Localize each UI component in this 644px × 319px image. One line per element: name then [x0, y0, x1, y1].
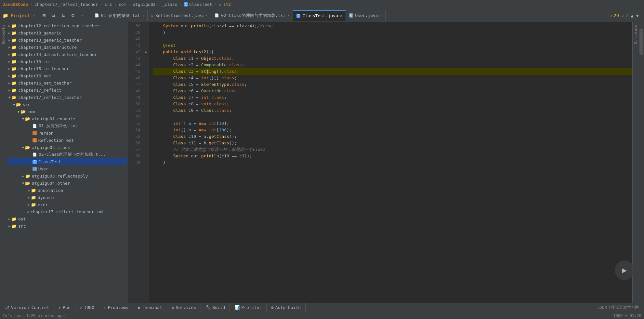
toolbar-todo[interactable]: ✓ TODO [75, 303, 99, 312]
terminal-icon: ▪ [138, 305, 140, 310]
breadcrumb-bar: JavaSECode › chapter17_reflect_teacher ›… [0, 0, 644, 9]
run-arrow-42[interactable]: ▶ [145, 50, 147, 54]
tree-com[interactable]: ▼ 📂 com [7, 108, 127, 115]
tree-chapter14dt[interactable]: ▶ 📁 chapter14_datastructure_teacher [7, 51, 127, 58]
tab-txt1[interactable]: 📄 01-反射的举例.txt ✕ [91, 10, 148, 21]
tab-close-classtest[interactable]: ✕ [340, 14, 342, 18]
folder-icon-chapter16net: 📁 [11, 73, 17, 78]
tab-user[interactable]: U User.java ✕ [346, 10, 386, 21]
tab-label-classtest: ClassTest.java [302, 13, 338, 18]
tab-close-java1[interactable]: ✕ [206, 13, 208, 18]
status-suffix: ai utes ago) [38, 313, 66, 318]
folder-icon-src1: 📂 [16, 102, 21, 107]
breadcrumb-src[interactable]: src [105, 2, 112, 7]
expand-editor-icon[interactable]: ▼ [636, 13, 639, 18]
code-line-58: System.out.println(c10 == c11); [153, 153, 632, 159]
code-line-44: Class c2 = Comparable.class; [153, 62, 632, 68]
tree-atguigu03[interactable]: ▶ 📁 atguigu03.reflectapply [7, 172, 127, 179]
scrollbar-thumb[interactable] [639, 29, 643, 55]
project-label[interactable]: Project [11, 13, 30, 18]
structure-sidebar: Structure [632, 22, 639, 303]
folder-icon-chapter13gt: 📁 [11, 38, 17, 43]
tree-chapter16net[interactable]: ▶ 📁 chapter16_net [7, 72, 127, 79]
code-line-52 [153, 114, 632, 120]
tree-chapter15io[interactable]: ▶ 📁 chapter15_io [7, 58, 127, 65]
breadcrumb-javascode[interactable]: JavaSECode [3, 2, 28, 7]
tab-classtest[interactable]: C ClassTest.java ✕ [293, 10, 346, 21]
collapse-editor-icon[interactable]: ▲ [631, 13, 633, 18]
expand-icon[interactable]: ⇇ [60, 12, 67, 19]
tree-chapter14d[interactable]: ▶ 📁 chapter14_datastructure [7, 44, 127, 51]
tree-file-txt2[interactable]: 📄 02-Class的理解与类的加载.t... [7, 151, 127, 158]
folder-icon-com: 📂 [20, 109, 26, 114]
tree-chapter16nett[interactable]: ▶ 📁 chapter16_net_teacher [7, 79, 127, 86]
toolbar-problems[interactable]: ⚠ Problems [99, 303, 133, 312]
toolbar-services[interactable]: ◈ Services [167, 303, 201, 312]
build-label: Build [212, 305, 225, 310]
breadcrumb-com[interactable]: com [119, 2, 126, 7]
tab-close-user[interactable]: ✕ [380, 13, 382, 18]
tab-label-java1: ReflectionTest.java [155, 13, 204, 18]
breadcrumb-classtest[interactable]: C ClassTest [184, 2, 212, 7]
minimize-icon[interactable]: — [79, 12, 86, 19]
folder-icon-exer: 📁 [31, 202, 36, 207]
tree-atguigu04[interactable]: ▼ 📂 atguigu04.other [7, 179, 127, 187]
editor-area: 38 39 40 41 42 43 44 45 46 47 48 49 50 5… [127, 22, 644, 303]
tree-chapter12[interactable]: ▶ 📁 chapter12_collection_map_teacher [7, 22, 127, 29]
tab-txt2[interactable]: 📄 02-Class的理解与类的加载.txt ✕ [211, 10, 293, 21]
tab-label-user: User.java [355, 13, 378, 18]
tree-chapter15iot[interactable]: ▶ 📁 chapter15_io_teacher [7, 65, 127, 72]
settings-icon[interactable]: ⚙ [69, 12, 76, 19]
breadcrumb-chapter17[interactable]: chapter17_reflect_teacher [34, 2, 98, 7]
tree-chapter17r[interactable]: ▶ 📁 chapter17_reflect [7, 86, 127, 94]
code-content[interactable]: System.out.println(clazz1 == clazz4);//t… [149, 22, 632, 303]
breadcrumb-st2[interactable]: m st2 [218, 2, 231, 7]
file-icon-iml: ⚙ [27, 210, 29, 214]
tree-file-txt1[interactable]: 📄 01-反射的举例.txt [7, 122, 127, 129]
tree-person[interactable]: C Person [7, 129, 127, 137]
tree-classtest[interactable]: C ClassTest [7, 158, 127, 165]
toolbar-terminal[interactable]: ▪ Terminal [133, 303, 167, 312]
tree-atguigu01[interactable]: ▼ 📂 atguigu01.example [7, 115, 127, 122]
breadcrumb-atguigu02[interactable]: atguigu02 [133, 2, 155, 7]
toolbar-version-control[interactable]: ⎇ Version Control [0, 303, 54, 312]
code-line-57: // 只要元素类型与维度一样，就是同一个Class [153, 146, 632, 153]
folder-icon-chapter16nett: 📁 [11, 81, 17, 86]
tree-user[interactable]: U User [7, 165, 127, 172]
toolbar-run[interactable]: ▶ Run [54, 303, 75, 312]
folder-icon-chapter15io: 📁 [11, 59, 17, 64]
tab-label-txt1: 01-反射的举例.txt [101, 13, 140, 19]
code-line-50: Class c8 = void.class; [153, 101, 632, 107]
tab-java1[interactable]: ☕ ReflectionTest.java ✕ [148, 10, 211, 21]
tree-chapter17rt[interactable]: ▼ 📂 chapter17_reflect_teacher [7, 94, 127, 101]
breadcrumb-class[interactable]: _class [162, 2, 177, 7]
tree-out[interactable]: ▶ 📁 out [7, 215, 127, 222]
tree-dynamic[interactable]: ▶ 📁 dynamic [7, 194, 127, 201]
tree-reflectiontest[interactable]: C ReflectionTest [7, 137, 127, 144]
ok-badge: ✓ 2 [622, 13, 628, 18]
layout-icon[interactable]: ⊞ [40, 12, 47, 19]
collapse-icon[interactable]: ⇉ [50, 12, 57, 19]
tree-iml[interactable]: ⚙ chapter17_reflect_teacher.iml [7, 208, 127, 215]
tree-src2[interactable]: ▶ 📁 src [7, 222, 127, 230]
status-position: 1:20 [24, 313, 35, 318]
tree-annotation[interactable]: ▶ 📁 annotation [7, 187, 127, 194]
toolbar-auto-build[interactable]: ⚙ Auto-build [267, 303, 306, 312]
tree-chapter13g[interactable]: ▶ 📁 chapter13_generic [7, 29, 127, 36]
floating-play-button[interactable]: ▶ [615, 260, 634, 280]
build-icon: 🔨 [205, 305, 211, 310]
tree-exer[interactable]: ▶ 📁 exer [7, 201, 127, 208]
tree-chapter13gt[interactable]: ▶ 📁 chapter13_generic_teacher [7, 36, 127, 44]
sidebar-bookmarks-tab[interactable]: Bookmarks [1, 22, 6, 47]
tree-atguigu02[interactable]: ▼ 📂 atguigu02_class [7, 144, 127, 151]
tree-src1[interactable]: ▼ 📂 src [7, 101, 127, 108]
structure-label[interactable]: Structure [633, 22, 638, 47]
tab-close-txt1[interactable]: ✕ [142, 13, 144, 18]
file-icon-txt2: 📄 [33, 153, 37, 157]
code-line-48: Class c6 = Override.class; [153, 88, 632, 94]
toolbar-build[interactable]: 🔨 Build [201, 303, 230, 312]
todo-icon: ✓ [80, 305, 83, 310]
tab-close-txt2[interactable]: ✕ [287, 13, 290, 18]
services-label: Services [176, 305, 196, 310]
toolbar-profiler[interactable]: 📊 Profiler [230, 303, 267, 312]
